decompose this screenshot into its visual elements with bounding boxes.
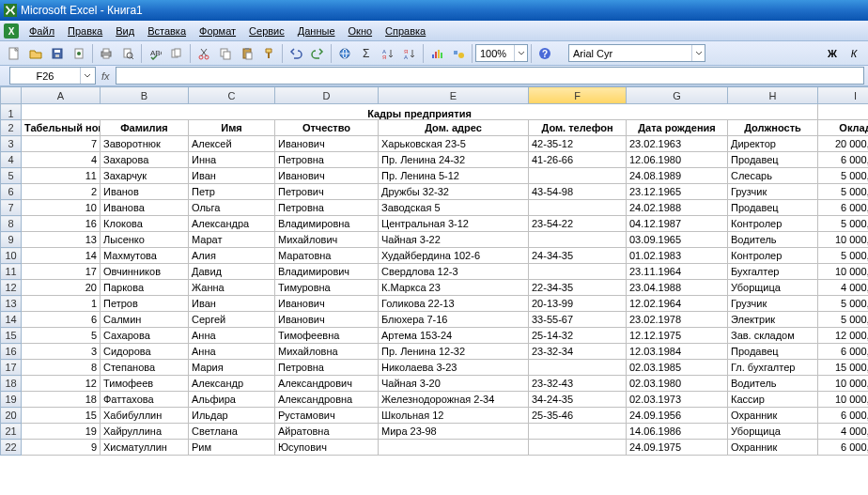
italic-button[interactable]: К bbox=[844, 43, 864, 64]
cell[interactable]: Гл. бухгалтер bbox=[728, 360, 818, 376]
column-label[interactable]: Табельный номер bbox=[22, 120, 101, 136]
cell[interactable]: 20-13-99 bbox=[529, 296, 627, 312]
cell[interactable]: 23.11.1964 bbox=[627, 264, 728, 280]
cell[interactable]: Альфира bbox=[189, 392, 275, 408]
cell[interactable]: Хабибуллин bbox=[101, 408, 189, 424]
row-header[interactable]: 1 bbox=[1, 104, 22, 120]
column-label[interactable]: Дом. адрес bbox=[379, 120, 529, 136]
cell[interactable]: 14 bbox=[22, 248, 101, 264]
cell[interactable]: 04.12.1987 bbox=[627, 216, 728, 232]
cell[interactable]: 12.06.1980 bbox=[627, 152, 728, 168]
cell[interactable]: Железнодорожная 2-34 bbox=[379, 392, 529, 408]
select-all-corner[interactable] bbox=[1, 87, 22, 104]
undo-button[interactable] bbox=[286, 43, 306, 64]
cell[interactable]: 23-32-34 bbox=[529, 344, 627, 360]
row-header[interactable]: 19 bbox=[1, 392, 22, 408]
cell[interactable]: Степанова bbox=[101, 360, 189, 376]
cell[interactable]: Давид bbox=[189, 264, 275, 280]
cell[interactable]: Электрик bbox=[728, 312, 818, 328]
chevron-down-icon[interactable] bbox=[514, 45, 527, 61]
cell[interactable] bbox=[818, 104, 869, 120]
cell[interactable]: Михайловна bbox=[275, 344, 379, 360]
cell[interactable]: Уборщица bbox=[728, 424, 818, 440]
open-button[interactable] bbox=[25, 43, 46, 64]
cell[interactable]: 12.12.1975 bbox=[627, 328, 728, 344]
cell[interactable]: 02.03.1985 bbox=[627, 360, 728, 376]
row-header[interactable]: 9 bbox=[1, 232, 22, 248]
cell[interactable]: 12.02.1964 bbox=[627, 296, 728, 312]
cell[interactable]: 02.03.1980 bbox=[627, 376, 728, 392]
cell[interactable]: Маратовна bbox=[275, 248, 379, 264]
cell[interactable]: Тимофеевна bbox=[275, 328, 379, 344]
cell[interactable]: Мира 23-98 bbox=[379, 424, 529, 440]
cell[interactable]: Зав. складом bbox=[728, 328, 818, 344]
cell[interactable]: 5 000,00р. bbox=[818, 184, 869, 200]
cell[interactable]: К.Маркса 23 bbox=[379, 280, 529, 296]
row-header[interactable]: 13 bbox=[1, 296, 22, 312]
cell[interactable]: 23-32-43 bbox=[529, 376, 627, 392]
cell[interactable]: Владимировна bbox=[275, 216, 379, 232]
menu-data[interactable]: Данные bbox=[291, 23, 342, 39]
cell[interactable]: Блюхера 7-16 bbox=[379, 312, 529, 328]
cell[interactable]: Контролер bbox=[728, 216, 818, 232]
cell[interactable]: 5 000,00р. bbox=[818, 312, 869, 328]
col-header[interactable]: H bbox=[728, 87, 818, 104]
cell[interactable]: Мария bbox=[189, 360, 275, 376]
cell[interactable]: Анна bbox=[189, 344, 275, 360]
cell[interactable] bbox=[529, 200, 627, 216]
cell[interactable]: 23.02.1963 bbox=[627, 136, 728, 152]
column-label[interactable]: Фамилия bbox=[101, 120, 189, 136]
research-button[interactable] bbox=[166, 43, 187, 64]
cell[interactable]: Захарчук bbox=[101, 168, 189, 184]
cell[interactable]: Пр. Ленина 12-32 bbox=[379, 344, 529, 360]
cell[interactable]: 2 bbox=[22, 184, 101, 200]
column-label[interactable]: Имя bbox=[189, 120, 275, 136]
print-preview-button[interactable] bbox=[117, 43, 138, 64]
spellcheck-button[interactable]: ABC bbox=[145, 43, 165, 64]
cell[interactable]: 6 bbox=[22, 312, 101, 328]
permissions-button[interactable] bbox=[69, 43, 89, 64]
paste-button[interactable] bbox=[237, 43, 257, 64]
cell[interactable]: Овчинников bbox=[101, 264, 189, 280]
autosum-button[interactable]: Σ bbox=[356, 43, 377, 64]
row-header[interactable]: 17 bbox=[1, 360, 22, 376]
chart-button[interactable] bbox=[426, 43, 447, 64]
row-header[interactable]: 10 bbox=[1, 248, 22, 264]
zoom-combo[interactable] bbox=[475, 44, 528, 62]
fx-button[interactable]: fx bbox=[101, 70, 110, 82]
spreadsheet-grid[interactable]: A B C D E F G H I 1Кадры предприятия2Таб… bbox=[0, 86, 868, 495]
cell[interactable]: Голикова 22-13 bbox=[379, 296, 529, 312]
cell[interactable]: 24.02.1988 bbox=[627, 200, 728, 216]
cell[interactable]: Слесарь bbox=[728, 168, 818, 184]
cell[interactable]: 19 bbox=[22, 424, 101, 440]
cut-button[interactable] bbox=[194, 43, 214, 64]
cell[interactable]: 43-54-98 bbox=[529, 184, 627, 200]
sort-desc-button[interactable]: ЯA bbox=[399, 43, 420, 64]
cell[interactable]: 5 000,00р. bbox=[818, 296, 869, 312]
cell[interactable]: Школьная 12 bbox=[379, 408, 529, 424]
cell[interactable]: Грузчик bbox=[728, 184, 818, 200]
cell[interactable]: Петр bbox=[189, 184, 275, 200]
cell[interactable]: Артема 153-24 bbox=[379, 328, 529, 344]
cell[interactable]: Водитель bbox=[728, 232, 818, 248]
cell[interactable]: Охранник bbox=[728, 408, 818, 424]
cell[interactable]: Анна bbox=[189, 328, 275, 344]
sheet-title-cell[interactable]: Кадры предприятия bbox=[22, 104, 818, 120]
cell[interactable]: 11 bbox=[22, 168, 101, 184]
cell[interactable]: 02.03.1973 bbox=[627, 392, 728, 408]
cell[interactable]: Паркова bbox=[101, 280, 189, 296]
cell[interactable]: Сахарова bbox=[101, 328, 189, 344]
cell[interactable]: Иванов bbox=[101, 184, 189, 200]
save-button[interactable] bbox=[47, 43, 68, 64]
cell[interactable]: 10 000,00р. bbox=[818, 392, 869, 408]
cell[interactable]: Петрович bbox=[275, 184, 379, 200]
cell[interactable]: Иванович bbox=[275, 312, 379, 328]
menu-format[interactable]: Формат bbox=[193, 23, 242, 39]
row-header[interactable]: 3 bbox=[1, 136, 22, 152]
cell[interactable]: 6 000,00р. bbox=[818, 152, 869, 168]
cell[interactable]: Продавец bbox=[728, 152, 818, 168]
chevron-down-icon[interactable] bbox=[691, 45, 705, 61]
cell[interactable]: 10 bbox=[22, 200, 101, 216]
row-header[interactable]: 18 bbox=[1, 376, 22, 392]
cell[interactable]: Сергей bbox=[189, 312, 275, 328]
